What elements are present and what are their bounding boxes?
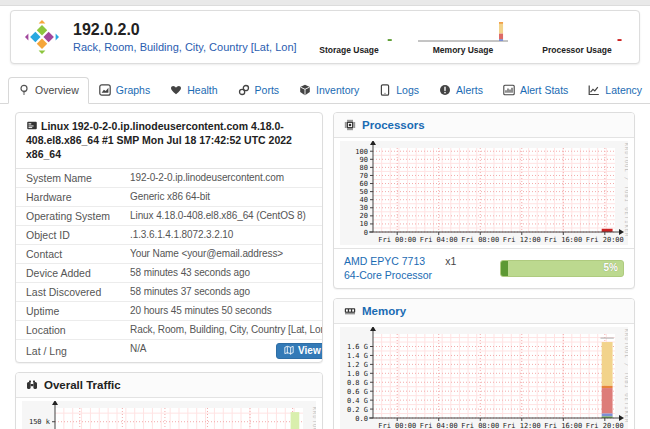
svg-text:Fri 00:00: Fri 00:00: [378, 236, 416, 244]
memory-graph[interactable]: 0.00.2 G0.4 G0.6 G0.8 G1.0 G1.2 G1.4 G1.…: [340, 327, 628, 429]
storage-usage-minigraph[interactable]: Storage Usage: [303, 20, 395, 55]
row-value: Generic x86 64-bit: [120, 187, 323, 206]
tab-logs[interactable]: Logs: [369, 77, 429, 104]
tab-label: Alert Stats: [520, 84, 568, 96]
svg-text:90: 90: [360, 156, 368, 164]
processors-header[interactable]: Processors: [334, 113, 634, 138]
tab-health[interactable]: Health: [160, 77, 227, 104]
svg-text:10: 10: [360, 220, 368, 228]
svg-text:20: 20: [360, 212, 368, 220]
binoculars-icon: [26, 379, 38, 391]
info-row-contact: Contact Your Name <your@email.address>: [16, 244, 323, 263]
overall-traffic-title: Overall Traffic: [44, 379, 121, 391]
svg-text:60: 60: [360, 180, 368, 188]
memory-usage-sparkline[interactable]: [417, 20, 509, 44]
tab-alerts[interactable]: Alerts: [429, 77, 493, 104]
tab-label: Overview: [35, 84, 79, 96]
cpu-usage-fill: [501, 261, 508, 276]
processor-row: AMD EPYC 7713x1 64-Core Processor 5%: [334, 248, 634, 288]
device-titles: 192.0.2.0 Rack, Room, Building, City, Co…: [73, 21, 297, 53]
lightbulb-icon: [18, 84, 30, 96]
tab-ports[interactable]: Ports: [228, 77, 290, 104]
svg-text:Fri 20:00: Fri 20:00: [586, 236, 624, 244]
tab-alert-stats[interactable]: Alert Stats: [493, 77, 578, 104]
svg-text:Fri 16:00: Fri 16:00: [544, 422, 582, 429]
tab-label: Ports: [255, 84, 280, 96]
tab-graphs[interactable]: Graphs: [89, 77, 160, 104]
storage-usage-sparkline[interactable]: [303, 20, 395, 44]
svg-text:30: 30: [360, 204, 368, 212]
alert-circle-icon: [439, 84, 451, 96]
tab-label: Logs: [396, 84, 419, 96]
map-view-button[interactable]: View: [276, 343, 323, 359]
tab-latency[interactable]: Latency: [578, 77, 650, 104]
memory-usage-label: Memory Usage: [433, 45, 493, 55]
svg-text:Fri 12:00: Fri 12:00: [503, 236, 541, 244]
svg-text:80: 80: [360, 164, 368, 172]
tab-overview[interactable]: Overview: [8, 77, 89, 104]
cpu-name-link[interactable]: AMD EPYC 7713: [344, 255, 425, 267]
row-label: Operating System: [16, 206, 120, 225]
svg-text:1.2 G: 1.2 G: [347, 361, 368, 369]
device-header: 192.0.2.0 Rack, Room, Building, City, Co…: [10, 10, 640, 64]
svg-text:Fri 08:00: Fri 08:00: [461, 422, 499, 429]
row-label: System Name: [16, 169, 120, 188]
svg-text:70: 70: [360, 172, 368, 180]
ram-icon: [344, 305, 356, 317]
memory-usage-minigraph[interactable]: Memory Usage: [417, 20, 509, 55]
svg-text:Fri 20:00: Fri 20:00: [586, 422, 624, 429]
tab-inventory[interactable]: Inventory: [289, 77, 369, 104]
memory-header[interactable]: Memory: [334, 299, 634, 324]
device-tabbar: Overview Graphs Health Ports Inventory: [0, 72, 650, 104]
svg-text:Fri 00:00: Fri 00:00: [378, 422, 416, 429]
cpu-count: x1: [445, 255, 456, 267]
link-icon: [238, 84, 250, 96]
tablet-icon: [379, 84, 391, 96]
overview-content: Linux 192-0-2-0.ip.linodeusercontent.com…: [0, 104, 650, 429]
memory-title: Memory: [362, 305, 406, 317]
row-label: Lat / Lng: [16, 339, 120, 362]
tab-label: Inventory: [316, 84, 359, 96]
device-info-header: Linux 192-0-2-0.ip.linodeusercontent.com…: [16, 113, 322, 169]
processor-usage-minigraph[interactable]: Processor Usage: [531, 20, 623, 55]
svg-text:RRDTOOL / TOBI OETIKER: RRDTOOL / TOBI OETIKER: [312, 406, 316, 429]
bar-chart-icon: [503, 84, 515, 96]
row-label: Location: [16, 320, 120, 339]
cpu-icon: [344, 119, 356, 131]
svg-text:50: 50: [360, 188, 368, 196]
overall-traffic-graph[interactable]: 050 k100 k150 kRRDTOOL / TOBI OETIKER: [22, 401, 316, 429]
row-label: Uptime: [16, 301, 120, 320]
area-chart-icon: [99, 84, 111, 96]
device-info-table: System Name 192-0-2-0.ip.linodeuserconte…: [16, 169, 323, 362]
svg-text:0: 0: [364, 229, 368, 237]
info-row-system-name: System Name 192-0-2-0.ip.linodeuserconte…: [16, 169, 323, 188]
cpu-usage-progressbar: 5%: [500, 260, 624, 277]
svg-text:Fri 04:00: Fri 04:00: [420, 236, 458, 244]
row-label: Contact: [16, 244, 120, 263]
info-row-object-id: Object ID .1.3.6.1.4.1.8072.3.2.10: [16, 225, 323, 244]
device-location-link[interactable]: Rack, Room, Building, City, Country [Lat…: [73, 41, 297, 53]
row-value: .1.3.6.1.4.1.8072.3.2.10: [120, 225, 323, 244]
server-id-icon: [26, 120, 38, 131]
row-value: 20 hours 45 minutes 50 seconds: [120, 301, 323, 320]
row-label: Last Discovered: [16, 282, 120, 301]
cpu-usage-percent: 5%: [604, 262, 618, 273]
cpu-model-link[interactable]: 64-Core Processor: [344, 269, 432, 281]
svg-text:RRDTOOL / TOBI OETIKER: RRDTOOL / TOBI OETIKER: [624, 143, 628, 238]
processors-graph[interactable]: 0102030405060708090100Fri 00:00Fri 04:00…: [340, 141, 628, 245]
memory-graph-wrap: 0.00.2 G0.4 G0.6 G0.8 G1.0 G1.2 G1.4 G1.…: [334, 324, 634, 429]
tab-label: Graphs: [116, 84, 150, 96]
memory-panel: Memory 0.00.2 G0.4 G0.6 G0.8 G1.0 G1.2 G…: [333, 298, 635, 429]
right-column: Processors 0102030405060708090100Fri 00:…: [333, 112, 635, 429]
processor-usage-sparkline[interactable]: [531, 20, 623, 44]
overall-traffic-panel: Overall Traffic 050 k100 k150 kRRDTOOL /…: [15, 372, 323, 429]
storage-usage-label: Storage Usage: [319, 45, 379, 55]
header-mini-graphs: Storage Usage Memory Usage Processor Usa…: [303, 20, 623, 55]
svg-text:0.8 G: 0.8 G: [347, 379, 368, 387]
row-value: Your Name <your@email.address>: [120, 244, 323, 263]
svg-text:40: 40: [360, 196, 368, 204]
info-row-hardware: Hardware Generic x86 64-bit: [16, 187, 323, 206]
svg-text:RRDTOOL / TOBI OETIKER: RRDTOOL / TOBI OETIKER: [624, 329, 628, 424]
row-label: Object ID: [16, 225, 120, 244]
info-row-location: Location Rack, Room, Building, City, Cou…: [16, 320, 323, 339]
